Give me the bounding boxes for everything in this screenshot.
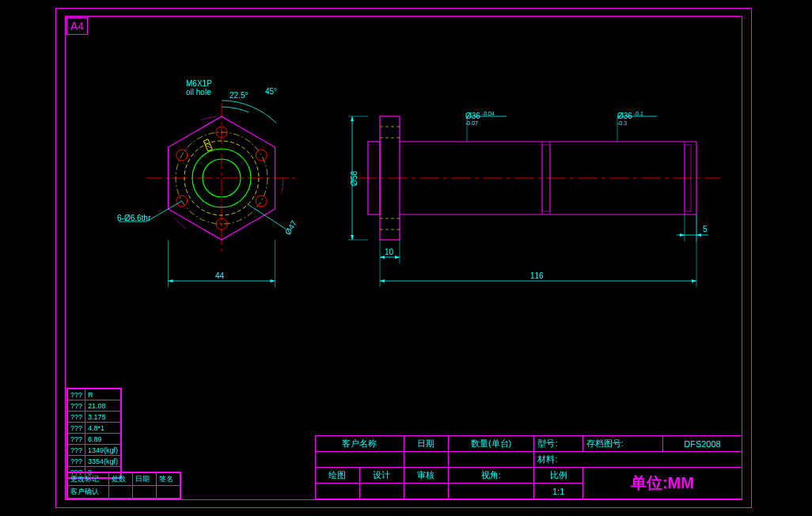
svg-point-9 xyxy=(256,150,267,161)
property-table: ???R ???21.08 ???3.175 ???4.8*1 ???6.89 … xyxy=(66,388,122,479)
oil-hole-note: oil hole xyxy=(186,88,211,97)
svg-point-4 xyxy=(184,141,259,215)
title-block: 客户名称 日期 数量(单台) 型号: 存档图号: DFS2008 材料: 绘图 … xyxy=(315,435,742,499)
len-10: 10 xyxy=(385,248,393,256)
svg-line-17 xyxy=(146,201,182,222)
dia-36a: Ø36-0.04-0.07 xyxy=(465,111,495,131)
svg-line-19 xyxy=(248,204,286,230)
svg-rect-14 xyxy=(203,139,212,151)
thread-note: M6X1P xyxy=(186,79,212,88)
angle-22-5: 22.5° xyxy=(230,91,248,100)
dia-36b: Ø36-0.1-0.3 xyxy=(617,111,643,131)
dia-58: Ø58 xyxy=(350,171,359,186)
bolt-holes-note: 6-Ø6.6thr xyxy=(117,214,150,222)
len-5: 5 xyxy=(703,225,708,233)
svg-point-10 xyxy=(256,195,267,207)
revision-table: 更改标记 处数 日期 签名 客户确认 xyxy=(66,472,181,499)
width-44: 44 xyxy=(215,271,224,280)
len-116: 116 xyxy=(530,271,544,280)
svg-line-15 xyxy=(204,141,211,147)
angle-45: 45° xyxy=(265,87,277,96)
